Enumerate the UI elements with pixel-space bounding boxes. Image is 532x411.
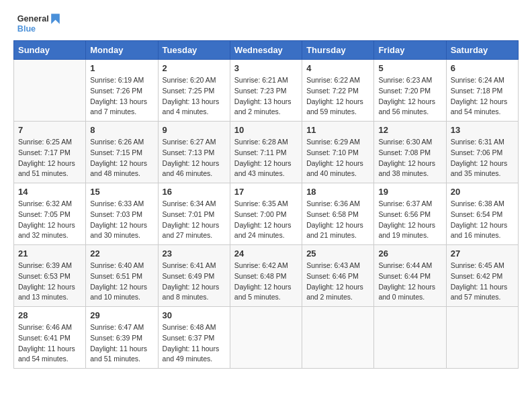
day-number: 20 xyxy=(451,187,514,197)
day-info: Sunrise: 6:32 AM Sunset: 7:05 PM Dayligh… xyxy=(18,199,81,241)
day-info: Sunrise: 6:33 AM Sunset: 7:03 PM Dayligh… xyxy=(90,199,153,241)
calendar-cell xyxy=(14,60,86,122)
day-number: 24 xyxy=(234,248,298,259)
day-number: 29 xyxy=(90,310,153,320)
calendar-cell: 19Sunrise: 6:37 AM Sunset: 6:56 PM Dayli… xyxy=(374,183,446,245)
day-number: 17 xyxy=(234,187,298,197)
day-number: 9 xyxy=(163,125,226,135)
day-info: Sunrise: 6:31 AM Sunset: 7:06 PM Dayligh… xyxy=(451,137,514,179)
day-number: 8 xyxy=(90,125,153,135)
svg-marker-2 xyxy=(51,14,60,24)
day-info: Sunrise: 6:34 AM Sunset: 7:01 PM Dayligh… xyxy=(163,199,226,241)
calendar-cell: 2Sunrise: 6:20 AM Sunset: 7:25 PM Daylig… xyxy=(158,60,230,122)
day-info: Sunrise: 6:47 AM Sunset: 6:39 PM Dayligh… xyxy=(90,322,153,365)
calendar-cell: 18Sunrise: 6:36 AM Sunset: 6:58 PM Dayli… xyxy=(302,183,374,245)
calendar-cell: 21Sunrise: 6:39 AM Sunset: 6:53 PM Dayli… xyxy=(14,245,86,307)
day-info: Sunrise: 6:30 AM Sunset: 7:08 PM Dayligh… xyxy=(378,137,441,179)
day-number: 4 xyxy=(306,63,369,73)
calendar-cell: 6Sunrise: 6:24 AM Sunset: 7:18 PM Daylig… xyxy=(446,60,518,122)
day-number: 18 xyxy=(306,187,369,197)
day-number: 15 xyxy=(90,187,153,197)
calendar-cell xyxy=(446,307,518,369)
day-info: Sunrise: 6:48 AM Sunset: 6:37 PM Dayligh… xyxy=(163,322,226,365)
header-friday: Friday xyxy=(374,41,446,60)
day-number: 1 xyxy=(90,63,153,73)
calendar-cell: 7Sunrise: 6:25 AM Sunset: 7:17 PM Daylig… xyxy=(14,122,86,183)
day-info: Sunrise: 6:40 AM Sunset: 6:51 PM Dayligh… xyxy=(90,261,153,303)
day-number: 5 xyxy=(378,63,441,73)
calendar-cell: 26Sunrise: 6:44 AM Sunset: 6:44 PM Dayli… xyxy=(374,245,446,307)
day-number: 6 xyxy=(451,63,514,73)
day-info: Sunrise: 6:23 AM Sunset: 7:20 PM Dayligh… xyxy=(378,75,441,118)
day-number: 19 xyxy=(378,187,441,197)
day-number: 12 xyxy=(378,125,441,135)
day-info: Sunrise: 6:21 AM Sunset: 7:23 PM Dayligh… xyxy=(234,75,298,118)
calendar-cell xyxy=(374,307,446,369)
days-header-row: SundayMondayTuesdayWednesdayThursdayFrid… xyxy=(14,41,519,60)
header-monday: Monday xyxy=(86,41,158,60)
calendar-cell: 24Sunrise: 6:42 AM Sunset: 6:48 PM Dayli… xyxy=(230,245,302,307)
day-info: Sunrise: 6:19 AM Sunset: 7:26 PM Dayligh… xyxy=(90,75,153,118)
calendar-cell: 23Sunrise: 6:41 AM Sunset: 6:49 PM Dayli… xyxy=(158,245,230,307)
calendar-cell xyxy=(230,307,302,369)
week-row-2: 7Sunrise: 6:25 AM Sunset: 7:17 PM Daylig… xyxy=(14,122,519,183)
day-number: 30 xyxy=(163,310,226,320)
calendar-cell: 8Sunrise: 6:26 AM Sunset: 7:15 PM Daylig… xyxy=(86,122,158,183)
day-info: Sunrise: 6:44 AM Sunset: 6:44 PM Dayligh… xyxy=(378,261,441,303)
day-number: 3 xyxy=(234,63,298,73)
header-saturday: Saturday xyxy=(446,41,518,60)
calendar-cell: 17Sunrise: 6:35 AM Sunset: 7:00 PM Dayli… xyxy=(230,183,302,245)
week-row-5: 28Sunrise: 6:46 AM Sunset: 6:41 PM Dayli… xyxy=(14,307,519,369)
day-number: 2 xyxy=(163,63,226,73)
header-tuesday: Tuesday xyxy=(158,41,230,60)
day-info: Sunrise: 6:39 AM Sunset: 6:53 PM Dayligh… xyxy=(18,261,81,303)
page-header: GeneralBlue xyxy=(13,11,519,35)
calendar-cell: 27Sunrise: 6:45 AM Sunset: 6:42 PM Dayli… xyxy=(446,245,518,307)
day-number: 16 xyxy=(163,187,226,197)
day-number: 23 xyxy=(163,248,226,259)
calendar-cell: 13Sunrise: 6:31 AM Sunset: 7:06 PM Dayli… xyxy=(446,122,518,183)
calendar-cell: 25Sunrise: 6:43 AM Sunset: 6:46 PM Dayli… xyxy=(302,245,374,307)
header-thursday: Thursday xyxy=(302,41,374,60)
calendar-cell: 12Sunrise: 6:30 AM Sunset: 7:08 PM Dayli… xyxy=(374,122,446,183)
header-sunday: Sunday xyxy=(14,41,86,60)
week-row-1: 1Sunrise: 6:19 AM Sunset: 7:26 PM Daylig… xyxy=(14,60,519,122)
week-row-3: 14Sunrise: 6:32 AM Sunset: 7:05 PM Dayli… xyxy=(14,183,519,245)
calendar-cell: 29Sunrise: 6:47 AM Sunset: 6:39 PM Dayli… xyxy=(86,307,158,369)
day-number: 22 xyxy=(90,248,153,259)
day-info: Sunrise: 6:41 AM Sunset: 6:49 PM Dayligh… xyxy=(163,261,226,303)
day-info: Sunrise: 6:22 AM Sunset: 7:22 PM Dayligh… xyxy=(306,75,369,118)
logo: GeneralBlue xyxy=(13,11,67,35)
day-info: Sunrise: 6:27 AM Sunset: 7:13 PM Dayligh… xyxy=(163,137,226,179)
calendar-cell: 14Sunrise: 6:32 AM Sunset: 7:05 PM Dayli… xyxy=(14,183,86,245)
day-number: 10 xyxy=(234,125,298,135)
day-info: Sunrise: 6:42 AM Sunset: 6:48 PM Dayligh… xyxy=(234,261,298,303)
svg-text:Blue: Blue xyxy=(17,24,36,34)
calendar-cell: 3Sunrise: 6:21 AM Sunset: 7:23 PM Daylig… xyxy=(230,60,302,122)
header-wednesday: Wednesday xyxy=(230,41,302,60)
day-info: Sunrise: 6:36 AM Sunset: 6:58 PM Dayligh… xyxy=(306,199,369,241)
week-row-4: 21Sunrise: 6:39 AM Sunset: 6:53 PM Dayli… xyxy=(14,245,519,307)
day-number: 27 xyxy=(451,248,514,259)
day-info: Sunrise: 6:28 AM Sunset: 7:11 PM Dayligh… xyxy=(234,137,298,179)
day-info: Sunrise: 6:26 AM Sunset: 7:15 PM Dayligh… xyxy=(90,137,153,179)
calendar-cell xyxy=(302,307,374,369)
day-info: Sunrise: 6:46 AM Sunset: 6:41 PM Dayligh… xyxy=(18,322,81,365)
day-number: 26 xyxy=(378,248,441,259)
calendar-cell: 16Sunrise: 6:34 AM Sunset: 7:01 PM Dayli… xyxy=(158,183,230,245)
calendar-cell: 10Sunrise: 6:28 AM Sunset: 7:11 PM Dayli… xyxy=(230,122,302,183)
day-info: Sunrise: 6:25 AM Sunset: 7:17 PM Dayligh… xyxy=(18,137,81,179)
calendar-table: SundayMondayTuesdayWednesdayThursdayFrid… xyxy=(13,40,519,369)
day-number: 7 xyxy=(18,125,81,135)
day-info: Sunrise: 6:29 AM Sunset: 7:10 PM Dayligh… xyxy=(306,137,369,179)
calendar-cell: 15Sunrise: 6:33 AM Sunset: 7:03 PM Dayli… xyxy=(86,183,158,245)
day-number: 14 xyxy=(18,187,81,197)
calendar-cell: 22Sunrise: 6:40 AM Sunset: 6:51 PM Dayli… xyxy=(86,245,158,307)
day-number: 25 xyxy=(306,248,369,259)
calendar-cell: 11Sunrise: 6:29 AM Sunset: 7:10 PM Dayli… xyxy=(302,122,374,183)
day-number: 28 xyxy=(18,310,81,320)
day-info: Sunrise: 6:38 AM Sunset: 6:54 PM Dayligh… xyxy=(451,199,514,241)
day-number: 13 xyxy=(451,125,514,135)
day-info: Sunrise: 6:37 AM Sunset: 6:56 PM Dayligh… xyxy=(378,199,441,241)
day-number: 21 xyxy=(18,248,81,259)
